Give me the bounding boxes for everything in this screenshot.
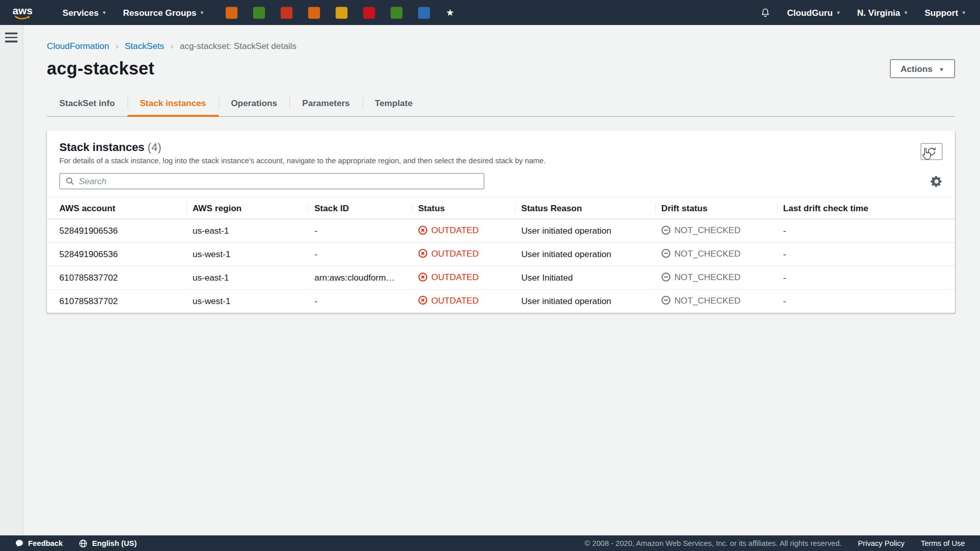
console-footer: Feedback English (US) © 2008 - 2020, Ama…	[0, 535, 980, 551]
language-selector[interactable]: English (US)	[79, 539, 137, 547]
last-drift-check-cell: -	[777, 266, 955, 289]
pinned-service-icon-2[interactable]	[253, 7, 265, 18]
aws-account-cell: 610785837702	[47, 266, 186, 289]
breadcrumb-cloudformation[interactable]: CloudFormation	[47, 40, 109, 51]
top-navigation-bar: aws Services ▾ Resource Groups ▾ ★	[0, 0, 980, 25]
aws-region-cell: us-east-1	[186, 219, 308, 242]
notifications-bell-icon[interactable]	[753, 7, 778, 18]
breadcrumb-separator-icon	[115, 40, 118, 51]
pinned-service-icon-5[interactable]	[336, 7, 348, 18]
pinned-service-icon-4[interactable]	[308, 7, 320, 18]
drift-status-badge: NOT_CHECKED	[662, 272, 741, 282]
drift-status-cell: NOT_CHECKED	[655, 242, 777, 266]
not-checked-status-icon	[662, 225, 671, 234]
resource-groups-menu-label: Resource Groups	[123, 8, 197, 18]
chevron-down-icon: ▾	[837, 9, 840, 15]
terms-of-use-link[interactable]: Terms of Use	[921, 539, 965, 547]
breadcrumb-stacksets[interactable]: StackSets	[125, 40, 164, 51]
outdated-status-icon	[418, 272, 427, 281]
stack-id-cell: -	[308, 289, 412, 313]
status-reason-cell: User Initiated	[515, 266, 655, 289]
hamburger-menu-icon[interactable]	[5, 33, 17, 42]
aws-region-cell: us-west-1	[186, 289, 308, 313]
panel-title: Stack instances (4)	[59, 141, 546, 155]
services-menu[interactable]: Services ▾	[54, 0, 114, 25]
not-checked-status-icon	[662, 272, 671, 281]
drift-status-badge: NOT_CHECKED	[662, 225, 741, 235]
support-menu-label: Support	[924, 8, 958, 18]
aws-account-cell: 610785837702	[47, 289, 186, 313]
last-drift-check-cell: -	[777, 242, 955, 266]
status-cell: OUTDATED	[412, 289, 515, 313]
collapsed-side-nav	[0, 25, 23, 535]
table-row: 528491906536us-east-1-OUTDATEDUser initi…	[47, 219, 955, 242]
pinned-service-icon-7[interactable]	[391, 7, 403, 18]
region-menu-label: N. Virginia	[857, 8, 900, 18]
column-header: Stack ID	[308, 197, 412, 219]
aws-account-cell: 528491906536	[47, 219, 186, 242]
refresh-button[interactable]	[921, 143, 943, 160]
last-drift-check-cell: -	[777, 219, 955, 242]
feedback-button[interactable]: Feedback	[15, 539, 63, 547]
not-checked-status-icon	[662, 295, 671, 305]
search-input[interactable]	[79, 176, 478, 186]
stack-id-cell: -	[308, 242, 412, 266]
aws-region-cell: us-east-1	[186, 266, 308, 289]
chevron-down-icon: ▾	[904, 9, 907, 15]
tab-parameters[interactable]: Parameters	[289, 90, 362, 116]
tab-template[interactable]: Template	[362, 90, 425, 116]
aws-region-cell: us-west-1	[186, 242, 308, 266]
tab-stack-instances[interactable]: Stack instances	[127, 90, 218, 116]
main-content: CloudFormation StackSets acg-stackset: S…	[23, 25, 980, 535]
status-reason-cell: User initiated operation	[515, 242, 655, 266]
status-reason-cell: User initiated operation	[515, 219, 655, 242]
globe-icon	[79, 539, 88, 547]
pinned-service-icon-6[interactable]	[363, 7, 375, 18]
tab-stackset-info[interactable]: StackSet info	[47, 90, 128, 116]
outdated-status-icon	[418, 225, 427, 234]
table-header-row: AWS accountAWS regionStack IDStatusStatu…	[47, 197, 955, 219]
pinned-service-icon-1[interactable]	[226, 7, 237, 18]
account-menu-label: CloudGuru	[787, 8, 833, 18]
column-header: Last drift check time	[777, 197, 955, 219]
caret-down-icon: ▼	[939, 65, 944, 72]
region-menu[interactable]: N. Virginia ▾	[848, 0, 916, 25]
pinned-service-icon-8[interactable]	[419, 7, 430, 18]
breadcrumb-current-page: acg-stackset: StackSet details	[180, 40, 297, 51]
pinned-star-icon[interactable]: ★	[446, 7, 454, 18]
support-menu[interactable]: Support ▾	[916, 0, 973, 25]
column-header: AWS account	[47, 197, 186, 219]
drift-status-cell: NOT_CHECKED	[655, 266, 777, 289]
services-menu-label: Services	[63, 8, 99, 18]
resource-groups-menu[interactable]: Resource Groups ▾	[114, 0, 212, 25]
tab-operations[interactable]: Operations	[218, 90, 289, 116]
aws-console: aws Services ▾ Resource Groups ▾ ★	[0, 0, 980, 551]
panel-description: For details of a stack instance, log int…	[59, 156, 546, 165]
page-title: acg-stackset	[47, 59, 155, 79]
status-reason-cell: User initiated operation	[515, 289, 655, 313]
privacy-policy-link[interactable]: Privacy Policy	[858, 539, 904, 547]
feedback-label: Feedback	[28, 539, 63, 547]
column-header: Drift status	[655, 197, 777, 219]
status-cell: OUTDATED	[412, 266, 515, 289]
chevron-down-icon: ▾	[963, 9, 965, 15]
not-checked-status-icon	[662, 248, 671, 258]
actions-button[interactable]: Actions ▼	[890, 59, 955, 78]
pinned-service-icon-3[interactable]	[281, 7, 292, 18]
outdated-status-icon	[418, 295, 427, 305]
column-header: Status	[412, 197, 515, 219]
table-row: 610785837702us-east-1arn:aws:cloudform…O…	[47, 266, 955, 289]
breadcrumb-separator-icon	[170, 40, 174, 51]
account-menu[interactable]: CloudGuru ▾	[778, 0, 848, 25]
refresh-icon	[927, 147, 936, 156]
drift-status-badge: NOT_CHECKED	[662, 295, 741, 306]
aws-logo-text: aws	[12, 6, 32, 15]
feedback-bubble-icon	[15, 539, 23, 547]
panel-count: (4)	[148, 141, 161, 154]
language-label: English (US)	[92, 539, 136, 547]
aws-account-cell: 528491906536	[47, 242, 186, 266]
search-icon	[66, 177, 75, 186]
status-badge: OUTDATED	[418, 248, 479, 259]
aws-logo[interactable]: aws	[12, 4, 32, 21]
settings-gear-icon[interactable]	[927, 174, 946, 188]
